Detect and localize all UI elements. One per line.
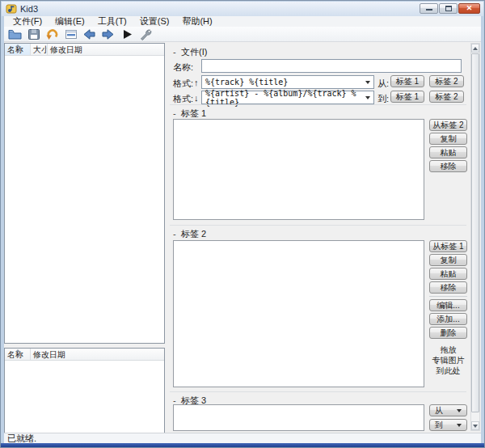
format-to-combobox[interactable]: %{artist} - %{album}/%{track} %{title} (201, 91, 374, 104)
dir-list-column-name[interactable]: 名称 (5, 349, 31, 360)
tag2-paste-button[interactable]: 粘贴 (429, 268, 467, 280)
tag2-section-header[interactable]: -标签 2 (173, 228, 206, 240)
sort-ascending-icon (15, 349, 20, 352)
tag1-paste-button[interactable]: 粘贴 (429, 146, 467, 158)
file-list-panel: 名称 大小 修改日期 (4, 43, 165, 344)
next-file-button[interactable] (99, 27, 116, 41)
maximize-button[interactable] (439, 3, 458, 14)
tag1-frame-table[interactable] (173, 119, 424, 220)
file-list-column-date[interactable]: 修改日期 (48, 44, 164, 55)
scroll-up-button[interactable] (471, 44, 479, 53)
button-divider (429, 296, 467, 297)
dir-list-header: 名称 修改日期 (5, 349, 164, 361)
section-divider (170, 391, 466, 392)
play-icon (121, 28, 133, 40)
dir-list-body[interactable] (5, 361, 164, 433)
file-list-column-size[interactable]: 大小 (31, 44, 48, 55)
chevron-down-icon (365, 96, 370, 99)
arrow-down-icon (473, 425, 478, 428)
revert-icon (46, 28, 59, 40)
app-icon (6, 3, 17, 15)
vertical-scrollbar[interactable] (470, 43, 480, 431)
tag3-frame-table[interactable] (173, 404, 424, 431)
settings-button[interactable] (137, 27, 154, 41)
revert-button[interactable] (44, 27, 61, 41)
wrench-icon (138, 28, 152, 40)
tag3-from-button[interactable]: 从 (429, 404, 467, 416)
from-label: 从: (377, 78, 389, 90)
chevron-down-icon (457, 424, 462, 427)
save-icon (27, 28, 40, 40)
window-bottom-frame (1, 443, 484, 447)
toolbar (4, 27, 481, 42)
filename-to-tag1-button[interactable]: 标签 1 (390, 91, 424, 103)
tag2-copy-button[interactable]: 复制 (429, 254, 467, 266)
tag1-from-tag2-button[interactable]: 从标签 2 (429, 119, 467, 131)
file-list-header: 名称 大小 修改日期 (5, 44, 164, 56)
filename-from-tag2-button[interactable]: 标签 2 (429, 75, 464, 87)
play-button[interactable] (118, 27, 135, 41)
dir-list-column-date[interactable]: 修改日期 (31, 349, 164, 360)
tag2-edit-button[interactable]: 编辑... (429, 299, 467, 311)
file-list-body[interactable] (5, 56, 164, 343)
format-from-combobox[interactable]: %{track} %{title} (201, 75, 374, 89)
save-button[interactable] (25, 27, 42, 41)
filename-to-tag2-button[interactable]: 标签 2 (429, 91, 464, 103)
file-section-header[interactable]: -文件(I) (173, 46, 207, 58)
format-from-arrow-icon: ↑ (194, 78, 199, 87)
tag1-copy-button[interactable]: 复制 (429, 133, 467, 145)
main-area: 名称 大小 修改日期 名称 修改日期 (4, 42, 481, 433)
section-divider (170, 225, 466, 226)
maximize-icon (445, 6, 452, 11)
menu-settings[interactable]: 设置(S) (134, 16, 175, 27)
next-icon (101, 28, 115, 40)
playlist-icon (65, 28, 78, 40)
open-button[interactable] (6, 27, 23, 41)
menu-help[interactable]: 帮助(H) (176, 16, 217, 27)
minimize-icon (426, 9, 432, 11)
collapse-indicator[interactable]: - (173, 108, 181, 118)
to-label: 到: (377, 93, 389, 105)
menubar: 文件(F) 编辑(E) 工具(T) 设置(S) 帮助(H) (4, 16, 481, 27)
previous-icon (82, 28, 96, 40)
previous-file-button[interactable] (81, 27, 98, 41)
filename-input[interactable] (201, 59, 462, 73)
filename-label: 名称: (173, 61, 193, 74)
section-divider (170, 104, 466, 105)
kid3-window: Kid3 ✕ 文件(F) 编辑(E) 工具(T) 设置(S) 帮助(H) (0, 0, 485, 448)
tag2-frame-table[interactable] (173, 240, 424, 387)
collapse-indicator[interactable]: - (173, 47, 181, 57)
tag-edit-area: -文件(I) 名称: 格式: ↑ %{track} %{title} 从: 标签… (168, 42, 483, 434)
minimize-button[interactable] (420, 3, 438, 14)
file-list-column-name[interactable]: 名称 (5, 44, 31, 55)
arrow-up-icon (473, 47, 478, 50)
open-folder-icon (8, 28, 22, 40)
chevron-down-icon (365, 81, 370, 84)
tag2-add-button[interactable]: 添加... (429, 313, 467, 325)
format-to-label: 格式: (173, 93, 193, 105)
chevron-down-icon (457, 409, 462, 412)
window-title: Kid3 (20, 4, 38, 14)
close-button[interactable]: ✕ (458, 3, 480, 14)
tag3-to-button[interactable]: 到 (429, 419, 467, 431)
scrollbar-thumb[interactable] (471, 53, 479, 412)
tag2-from-tag1-button[interactable]: 从标签 1 (429, 240, 467, 252)
playlist-button[interactable] (62, 27, 79, 41)
album-art-drop-zone[interactable]: 拖放 专辑图片 到此处 (425, 344, 471, 376)
tag2-delete-button[interactable]: 删除 (429, 327, 467, 339)
close-icon: ✕ (466, 4, 473, 13)
scroll-down-button[interactable] (471, 421, 479, 430)
format-from-label: 格式: (173, 78, 193, 90)
filename-from-tag1-button[interactable]: 标签 1 (390, 75, 424, 87)
statusbar: 已就绪. (4, 433, 481, 443)
tag2-remove-button[interactable]: 移除 (429, 281, 467, 294)
menu-edit[interactable]: 编辑(E) (49, 16, 91, 27)
tag1-section-header[interactable]: -标签 1 (173, 108, 206, 120)
dir-list-panel: 名称 修改日期 (4, 348, 165, 433)
collapse-indicator[interactable]: - (173, 229, 181, 239)
titlebar: Kid3 ✕ (2, 2, 483, 16)
sort-ascending-icon (15, 44, 20, 47)
menu-file[interactable]: 文件(F) (7, 16, 48, 27)
menu-tools[interactable]: 工具(T) (92, 16, 133, 27)
tag1-remove-button[interactable]: 移除 (429, 160, 467, 172)
